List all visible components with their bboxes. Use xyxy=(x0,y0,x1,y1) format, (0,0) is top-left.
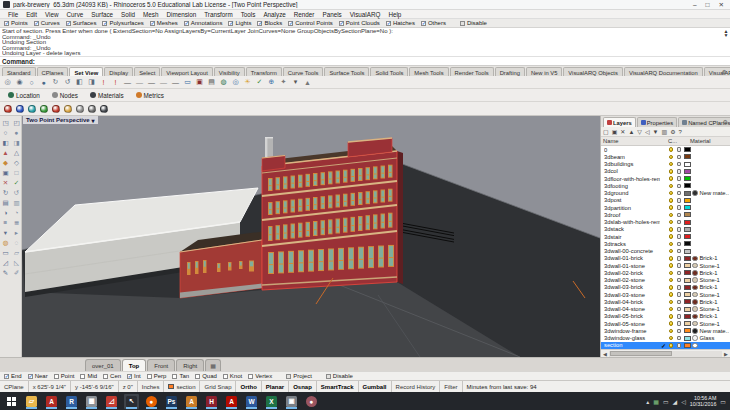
layer-visibility-bulb-icon[interactable] xyxy=(667,147,675,152)
layer-row-3dfloor-with-holes-removed-and-ext[interactable]: 3dfloor-with-holes-removed-and-ext... xyxy=(601,175,730,182)
panel-tab-layers[interactable]: Layers xyxy=(603,117,636,127)
tool-icon[interactable]: ✓ xyxy=(12,178,21,187)
menu-item-curve[interactable]: Curve xyxy=(63,11,88,18)
toolbar-icon[interactable]: ◨ xyxy=(87,78,96,87)
layer-color-swatch[interactable] xyxy=(682,212,692,217)
layer-material-cell[interactable]: Brick-1 xyxy=(692,270,729,276)
layer-lock-icon[interactable] xyxy=(675,300,682,305)
toolbar-tab-new-in-v5[interactable]: New in V5 xyxy=(526,67,562,76)
layer-visibility-bulb-icon[interactable] xyxy=(667,162,675,167)
tool-icon[interactable]: ◑ xyxy=(1,208,10,217)
command-prompt[interactable]: Command: xyxy=(0,57,730,66)
layer-row-3dbeam[interactable]: 3dbeam xyxy=(601,153,730,160)
taskbar-autocad-icon[interactable]: A xyxy=(44,394,59,409)
toolbar-icon[interactable]: ↺ xyxy=(63,78,72,87)
command-scrollbar[interactable]: ▲▼ xyxy=(723,29,729,37)
osnap-checkbox-knot[interactable]: Knot xyxy=(223,373,242,379)
layers-toolbar-icon[interactable]: ▥ xyxy=(662,128,668,135)
layer-row-3dwall-04-stone[interactable]: 3dwall-04-stoneStone-1 xyxy=(601,306,730,313)
status-ortho[interactable]: Ortho xyxy=(236,381,261,392)
layer-visibility-bulb-icon[interactable] xyxy=(667,155,675,160)
tool-icon[interactable]: △ xyxy=(12,148,21,157)
osnap-checkbox-point[interactable]: Point xyxy=(54,373,75,379)
layer-color-swatch[interactable] xyxy=(682,198,692,203)
status-y-145-6-9-16[interactable]: y -145'-6 9/16" xyxy=(71,381,119,392)
layer-lock-icon[interactable] xyxy=(675,213,682,218)
layer-color-swatch[interactable] xyxy=(682,321,692,326)
taskbar-clock[interactable]: 10:56 AM10/31/2016 xyxy=(690,395,717,407)
tool-icon[interactable]: ↺ xyxy=(12,188,21,197)
tool-icon[interactable]: ◰ xyxy=(12,118,21,127)
notification-center-icon[interactable]: ▭ xyxy=(720,398,726,405)
toolbar-icon[interactable]: ◎ xyxy=(231,78,240,87)
status-grid-snap[interactable]: Grid Snap xyxy=(200,381,236,392)
toolbar-icon[interactable]: ● xyxy=(39,78,48,87)
display-mode-icon[interactable] xyxy=(100,105,108,113)
menu-item-visualarq[interactable]: VisualARQ xyxy=(346,11,385,18)
layer-lock-icon[interactable] xyxy=(675,292,682,297)
taskbar-calculator-icon[interactable]: ▦ xyxy=(84,394,99,409)
osnap-checkbox-near[interactable]: Near xyxy=(28,373,48,379)
toolbar-tab-surface-tools[interactable]: Surface Tools xyxy=(324,67,369,76)
layer-lock-icon[interactable] xyxy=(675,162,682,167)
viewport-tab-right[interactable]: Right xyxy=(176,359,204,371)
layer-color-swatch[interactable] xyxy=(682,343,692,348)
toolbar-icon[interactable]: ▣ xyxy=(195,78,204,87)
display-mode-icon[interactable] xyxy=(40,105,48,113)
layer-row-3droof[interactable]: 3droof xyxy=(601,211,730,218)
layer-color-swatch[interactable] xyxy=(682,299,692,304)
layer-visibility-bulb-icon[interactable] xyxy=(667,343,675,348)
tool-icon[interactable]: ◇ xyxy=(12,158,21,167)
taskbar-photoshop-icon[interactable]: Ps xyxy=(164,394,179,409)
display-mode-icon[interactable] xyxy=(28,105,36,113)
layer-visibility-bulb-icon[interactable] xyxy=(667,227,675,232)
tool-icon[interactable]: ▲ xyxy=(1,148,10,157)
toolbar-icon[interactable]: ✓ xyxy=(255,78,264,87)
layer-material-cell[interactable]: Glass xyxy=(692,335,729,341)
status-z-0[interactable]: z 0" xyxy=(119,381,138,392)
layers-toolbar-icon[interactable]: ▽ xyxy=(637,128,642,135)
toolbar-icon[interactable]: — xyxy=(123,78,132,87)
panel-button-location[interactable]: Location xyxy=(4,91,44,100)
layer-row-3dwall-01-stone[interactable]: 3dwall-01-stoneStone-1 xyxy=(601,262,730,269)
layer-material-cell[interactable]: Stone-1 xyxy=(692,321,729,327)
tool-icon[interactable]: ✎ xyxy=(1,268,10,277)
layer-visibility-bulb-icon[interactable] xyxy=(667,220,675,225)
toolbar-icon[interactable]: — xyxy=(135,78,144,87)
tool-icon[interactable]: ◔ xyxy=(12,208,21,217)
layer-row-3dwall-01-brick[interactable]: 3dwall-01-brickBrick-1 xyxy=(601,255,730,262)
layer-visibility-bulb-icon[interactable] xyxy=(667,329,675,334)
taskbar-acrobat-icon[interactable]: A xyxy=(224,394,239,409)
toolbar-tab-render-tools[interactable]: Render Tools xyxy=(450,67,494,76)
security-icon[interactable]: ▦ xyxy=(653,398,659,405)
osnap-checkbox-perp[interactable]: Perp xyxy=(147,373,167,379)
tool-icon[interactable]: □ xyxy=(12,168,21,177)
toolbar-tab-cplanes[interactable]: CPlanes xyxy=(37,67,69,76)
filter-checkbox-lights[interactable]: Lights xyxy=(228,20,251,26)
tool-icon[interactable]: ↻ xyxy=(1,188,10,197)
menu-item-dimension[interactable]: Dimension xyxy=(162,11,200,18)
filter-checkbox-hatches[interactable]: Hatches xyxy=(386,20,415,26)
layer-color-swatch[interactable] xyxy=(682,241,692,246)
layer-material-cell[interactable]: Brick-1 xyxy=(692,299,729,305)
menu-item-view[interactable]: View xyxy=(41,11,63,18)
layer-color-swatch[interactable] xyxy=(682,183,692,188)
layer-color-swatch[interactable] xyxy=(682,220,692,225)
toolbar-icon[interactable]: ◉ xyxy=(15,78,24,87)
layer-visibility-bulb-icon[interactable] xyxy=(667,198,675,203)
layer-row-3dstair[interactable]: 3dstair xyxy=(601,233,730,240)
layer-color-swatch[interactable] xyxy=(682,169,692,174)
layer-color-swatch[interactable] xyxy=(682,162,692,167)
layer-color-swatch[interactable] xyxy=(682,270,692,275)
status-planar[interactable]: Planar xyxy=(262,381,289,392)
close-button[interactable]: ✕ xyxy=(719,1,724,9)
menu-item-render[interactable]: Render xyxy=(290,11,319,18)
filter-checkbox-annotations[interactable]: Annotations xyxy=(184,20,223,26)
layer-row-3dpartition[interactable]: 3dpartition xyxy=(601,204,730,211)
status-osnap[interactable]: Osnap xyxy=(289,381,317,392)
taskbar-rhino-icon[interactable]: ↖ xyxy=(124,394,139,409)
layer-row-3dpost[interactable]: 3dpost xyxy=(601,197,730,204)
filter-checkbox-meshes[interactable]: Meshes xyxy=(150,20,178,26)
toolbar-tab-drafting[interactable]: Drafting xyxy=(495,67,525,76)
tool-icon[interactable]: ▣ xyxy=(1,168,10,177)
